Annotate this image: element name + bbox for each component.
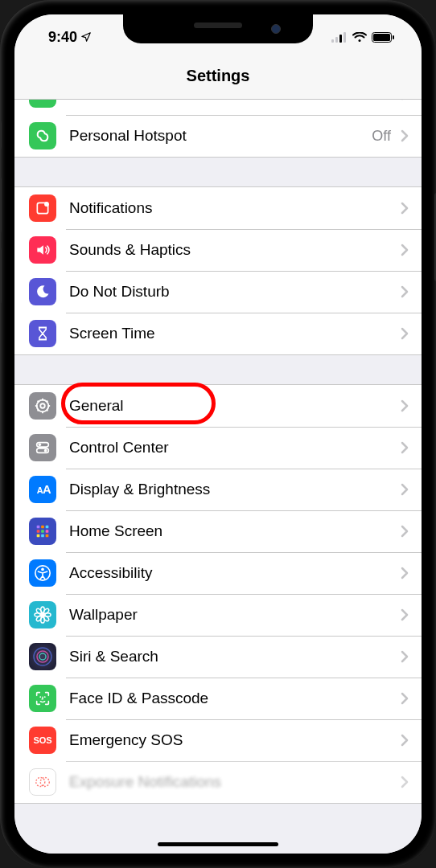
accessibility-icon	[29, 559, 56, 587]
svg-text:A: A	[43, 483, 51, 496]
settings-row-accessibility[interactable]: Accessibility	[14, 552, 422, 594]
chevron-right-icon	[396, 734, 422, 747]
status-right	[331, 26, 399, 43]
face-icon	[29, 685, 56, 712]
settings-row-dnd[interactable]: Do Not Disturb	[14, 271, 422, 313]
svg-rect-1	[335, 37, 338, 43]
svg-point-25	[44, 449, 47, 452]
svg-point-38	[41, 568, 44, 571]
svg-point-50	[39, 653, 46, 660]
row-label: Do Not Disturb	[56, 283, 396, 301]
hourglass-icon	[29, 320, 56, 347]
settings-row-wallpaper[interactable]: Wallpaper	[14, 594, 422, 636]
row-label: Personal Hotspot	[56, 127, 372, 145]
exposure-icon	[29, 768, 56, 796]
nav-bar: Settings	[14, 53, 422, 100]
svg-rect-5	[373, 34, 390, 41]
chevron-right-icon	[396, 327, 422, 340]
row-label: Control Center	[56, 439, 396, 457]
chevron-right-icon	[396, 650, 422, 663]
svg-rect-10	[39, 327, 47, 329]
notification-icon	[29, 194, 56, 222]
chevron-right-icon	[396, 525, 422, 538]
settings-row-siri[interactable]: Siri & Search	[14, 636, 422, 678]
row-label: Display & Brightness	[56, 481, 396, 498]
phone-frame: 9:40	[0, 0, 436, 868]
svg-rect-3	[343, 32, 346, 43]
settings-group-alerts: Notifications Sounds & Haptics Do Not Di…	[14, 186, 422, 355]
row-label: Wallpaper	[56, 606, 396, 624]
chevron-right-icon	[396, 129, 422, 142]
row-label: Emergency SOS	[56, 731, 396, 749]
settings-row-sos[interactable]: SOS Emergency SOS	[14, 719, 422, 761]
siri-icon	[29, 643, 56, 670]
row-label: Exposure Notifications	[56, 773, 396, 791]
settings-row-screentime[interactable]: Screen Time	[14, 313, 422, 354]
svg-rect-29	[41, 526, 44, 529]
volume-up-button	[0, 177, 2, 233]
settings-group-connectivity: Cellular Personal Hotspot Off	[14, 100, 422, 158]
group-gap	[14, 158, 422, 186]
group-gap	[14, 355, 422, 384]
svg-text:SOS: SOS	[33, 735, 51, 745]
settings-row-faceid[interactable]: Face ID & Passcode	[14, 678, 422, 719]
svg-rect-36	[46, 534, 49, 538]
sos-icon: SOS	[29, 727, 56, 754]
settings-row-general[interactable]: General	[14, 385, 422, 427]
chevron-right-icon	[396, 692, 422, 705]
settings-row-exposure[interactable]: Exposure Notifications	[14, 761, 422, 803]
home-indicator[interactable]	[158, 842, 278, 846]
settings-row-controlcenter[interactable]: Control Center	[14, 427, 422, 469]
svg-rect-32	[41, 530, 44, 533]
row-label: Cellular	[56, 100, 396, 103]
svg-line-19	[47, 410, 48, 411]
svg-point-13	[40, 403, 45, 408]
row-label: Home Screen	[56, 522, 396, 540]
front-camera	[271, 24, 281, 34]
antenna-icon	[29, 100, 56, 108]
svg-point-54	[36, 778, 45, 787]
flower-icon	[29, 601, 56, 628]
svg-rect-31	[37, 530, 40, 533]
chevron-right-icon	[396, 567, 422, 579]
text-size-icon: AA	[29, 476, 56, 503]
grid-icon	[29, 518, 56, 545]
row-label: General	[56, 397, 396, 415]
battery-icon	[372, 32, 394, 43]
settings-row-homescreen[interactable]: Home Screen	[14, 510, 422, 552]
svg-rect-0	[331, 39, 334, 43]
status-left: 9:40	[37, 23, 92, 46]
svg-line-18	[38, 401, 39, 403]
chevron-right-icon	[396, 441, 422, 454]
settings-row-hotspot[interactable]: Personal Hotspot Off	[14, 115, 422, 157]
svg-rect-6	[393, 35, 394, 39]
chevron-right-icon	[396, 285, 422, 298]
svg-point-52	[44, 696, 46, 698]
page-title: Settings	[187, 67, 250, 85]
row-label: Siri & Search	[56, 648, 396, 665]
settings-row-cellular[interactable]: Cellular	[14, 100, 422, 115]
gear-icon	[29, 392, 56, 420]
settings-row-sounds[interactable]: Sounds & Haptics	[14, 229, 422, 271]
svg-rect-28	[37, 526, 40, 529]
svg-point-9	[44, 202, 49, 207]
svg-point-51	[39, 696, 41, 698]
earpiece-speaker	[194, 23, 242, 28]
svg-rect-11	[39, 339, 47, 341]
settings-group-system: General Control Center AA Display & Brig…	[14, 384, 422, 804]
chevron-right-icon	[396, 776, 422, 788]
screen: 9:40	[14, 14, 422, 854]
chevron-right-icon	[396, 399, 422, 412]
svg-rect-34	[37, 534, 40, 538]
row-value: Off	[372, 128, 396, 145]
chevron-right-icon	[396, 608, 422, 621]
svg-rect-2	[339, 35, 342, 43]
svg-point-49	[37, 651, 48, 662]
settings-row-notifications[interactable]: Notifications	[14, 187, 422, 229]
svg-point-23	[39, 444, 42, 447]
volume-down-button	[0, 248, 2, 304]
wifi-icon	[352, 32, 367, 43]
settings-row-display[interactable]: AA Display & Brightness	[14, 469, 422, 510]
svg-rect-30	[46, 526, 49, 529]
settings-list[interactable]: Cellular Personal Hotspot Off	[14, 100, 422, 854]
